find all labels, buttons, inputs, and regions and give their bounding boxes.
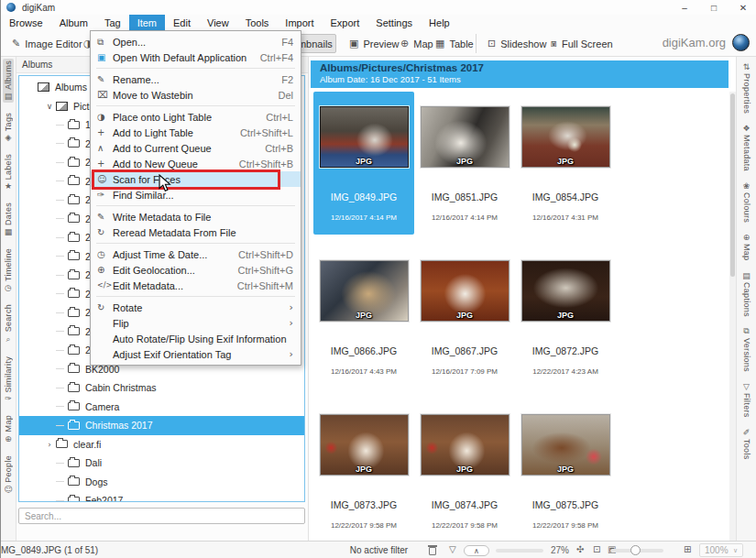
zoom-level-select[interactable]: 100% ∨: [699, 543, 743, 557]
sidebar-tab-captions[interactable]: ▤ Captions: [742, 271, 751, 317]
menu-item-open-with-default[interactable]: ▣ Open With Default Application Ctrl+F4: [91, 49, 301, 65]
menu-export[interactable]: Export: [323, 15, 368, 30]
minimize-button[interactable]: –: [671, 0, 698, 15]
photo-thumbnail[interactable]: JPG: [521, 414, 610, 476]
sidebar-tab-versions[interactable]: ⧉ Versions: [742, 326, 751, 372]
select-frame-icon[interactable]: ⊡: [593, 544, 600, 554]
search-input[interactable]: [18, 508, 305, 524]
menu-help[interactable]: Help: [421, 15, 458, 30]
menu-item-move-to-wastebin[interactable]: ⌧ Move to Wastebin Del: [91, 87, 301, 103]
preview-button[interactable]: ▣ Preview: [345, 34, 403, 53]
filter-funnel-icon[interactable]: ▽: [449, 544, 456, 554]
menu-item-rotate[interactable]: ↻ Rotate ›: [91, 300, 301, 315]
tree-item-folder[interactable]: Camera: [19, 398, 304, 417]
thumbnail-size-button[interactable]: ∧: [464, 545, 489, 556]
photo-item[interactable]: JPG IMG_0874.JPG 12/22/2017 9:58 PM: [414, 399, 515, 541]
tree-item-folder[interactable]: Dali: [19, 454, 304, 473]
menu-album[interactable]: Album: [51, 15, 96, 30]
photo-item[interactable]: JPG IMG_0867.JPG 12/16/2017 7:09 PM: [414, 246, 515, 388]
menu-browse[interactable]: Browse: [1, 15, 51, 30]
sidebar-tab-people[interactable]: People ☺: [3, 454, 14, 496]
photo-thumbnail[interactable]: JPG: [320, 414, 409, 476]
toolbar-separator: [476, 34, 477, 53]
trash-icon[interactable]: [429, 547, 436, 555]
sidebar-tab-metadata[interactable]: ❖ Metadata: [742, 124, 751, 171]
menu-item-place-onto-light-table[interactable]: ◑ Place onto Light Table Ctrl+L: [91, 109, 301, 125]
photo-thumbnail[interactable]: JPG: [421, 414, 509, 476]
photo-item[interactable]: JPG IMG_0875.JPG 12/22/2017 9:58 PM: [515, 399, 616, 541]
menu-item-adjust-time-date[interactable]: ◷ Adjust Time & Date... Ctrl+Shift+D: [91, 246, 301, 262]
menu-tag[interactable]: Tag: [96, 15, 129, 30]
fit-window-icon[interactable]: ✣: [576, 544, 584, 554]
menu-item-scan-for-faces[interactable]: ☺ Scan for Faces: [91, 171, 301, 187]
tree-item-folder[interactable]: ›clear.fi: [19, 435, 304, 454]
sidebar-tab-albums[interactable]: Albums ▤: [3, 59, 14, 103]
maximize-button[interactable]: □: [700, 0, 728, 15]
sidebar-tab-colours[interactable]: ❀ Colours: [742, 181, 751, 223]
menu-tools[interactable]: Tools: [237, 15, 278, 30]
chevron-down-icon[interactable]: ∨: [45, 102, 54, 111]
scrollbar-thumb[interactable]: [730, 93, 735, 277]
photo-thumbnail[interactable]: JPG: [320, 106, 409, 168]
menu-view[interactable]: View: [199, 15, 237, 30]
sidebar-tab-tags[interactable]: Tags ◈: [3, 111, 14, 144]
menu-import[interactable]: Import: [277, 15, 322, 30]
menu-item-adjust-exif-orientation[interactable]: Adjust Exif Orientation Tag ›: [91, 346, 301, 362]
menu-item-label: Adjust Time & Date...: [113, 249, 231, 260]
menu-item-open[interactable]: ⧉ Open... F4: [91, 34, 301, 49]
menu-item-add-to-current-queue[interactable]: ∧ Add to Current Queue Ctrl+B: [91, 140, 301, 156]
chevron-right-icon[interactable]: ›: [45, 440, 54, 449]
sidebar-tab-properties[interactable]: ⇅ Properties: [742, 62, 751, 114]
full-screen-button[interactable]: ⧈ Full Screen: [547, 34, 617, 53]
menu-item-auto-rotate-flip[interactable]: Auto Rotate/Flip Using Exif Information: [91, 331, 301, 346]
thumbnail-size-slider[interactable]: [496, 549, 543, 553]
sidebar-tab-labels[interactable]: Labels ★: [3, 152, 14, 192]
vertical-scrollbar[interactable]: [729, 92, 736, 541]
sidebar-tab-tools[interactable]: ✐ Tools: [742, 428, 751, 460]
menu-item[interactable]: Item: [129, 15, 165, 30]
close-button[interactable]: ✕: [729, 0, 756, 15]
menu-edit[interactable]: Edit: [165, 15, 199, 30]
photo-thumbnail[interactable]: JPG: [421, 260, 509, 322]
menu-item-label: Place onto Light Table: [113, 112, 258, 123]
tree-item-folder[interactable]: Dogs: [19, 473, 304, 492]
sidebar-tab-timeline[interactable]: Timeline ◷: [3, 246, 14, 294]
sidebar-tab-dates[interactable]: Dates ▦: [3, 201, 14, 238]
tree-item-christmas-2017[interactable]: Christmas 2017: [19, 416, 304, 435]
photo-item[interactable]: JPG IMG_0872.JPG 12/22/2017 4:23 AM: [515, 246, 616, 388]
menu-item-write-metadata[interactable]: ✎ Write Metadata to File: [91, 209, 301, 224]
sidebar-tab-search[interactable]: Search ⌕: [3, 302, 14, 345]
menu-item-edit-metadata[interactable]: </> Edit Metadata... Ctrl+Shift+M: [91, 278, 301, 293]
sidebar-tab-map[interactable]: ⊕ Map: [742, 233, 751, 260]
versions-icon: ⧉: [743, 326, 749, 336]
image-editor-button[interactable]: ✎ Image Editor: [8, 34, 86, 53]
tree-item-folder[interactable]: Cabin Christmas: [19, 378, 304, 398]
menu-item-rename[interactable]: ✎ Rename... F2: [91, 71, 301, 87]
photo-item[interactable]: JPG IMG_0854.JPG 12/16/2017 4:31 PM: [515, 92, 616, 235]
geolocation-icon: ⊕: [97, 265, 113, 275]
sidebar-tab-map[interactable]: Map ⊕: [3, 413, 14, 444]
table-button[interactable]: ▦ Table: [432, 34, 477, 53]
photo-item[interactable]: JPG IMG_0851.JPG 12/16/2017 4:14 PM: [414, 92, 515, 235]
zoom-slider-handle[interactable]: [630, 545, 641, 555]
tag-icon: ◈: [5, 133, 12, 142]
tab-label: Timeline: [4, 248, 13, 281]
photo-thumbnail[interactable]: JPG: [320, 260, 409, 322]
photo-thumbnail[interactable]: JPG: [521, 260, 610, 322]
photo-thumbnail[interactable]: JPG: [521, 106, 610, 168]
sidebar-tab-filters[interactable]: ▽ Filters: [742, 382, 751, 418]
photo-item[interactable]: JPG IMG_0866.JPG 12/16/2017 4:43 PM: [313, 246, 414, 388]
photo-item[interactable]: JPG IMG_0873.JPG 12/22/2017 9:58 PM: [313, 399, 414, 541]
fit-to-window-icon[interactable]: ⊞: [684, 544, 691, 554]
sidebar-tab-similarity[interactable]: Similarity ✑: [3, 355, 14, 406]
menu-item-edit-geolocation[interactable]: ⊕ Edit Geolocation... Ctrl+Shift+G: [91, 262, 301, 278]
menu-settings[interactable]: Settings: [367, 15, 421, 30]
menu-item-flip[interactable]: Flip ›: [91, 315, 301, 331]
tree-item-folder[interactable]: Feb2017: [19, 491, 304, 502]
photo-item[interactable]: JPG IMG_0849.JPG 12/16/2017 4:14 PM: [313, 92, 414, 235]
menu-item-find-similar[interactable]: ✑ Find Similar...: [91, 187, 301, 202]
menu-item-reread-metadata[interactable]: ↻ Reread Metadata From File: [91, 224, 301, 240]
photo-thumbnail[interactable]: JPG: [421, 106, 509, 168]
menu-item-add-to-light-table[interactable]: + Add to Light Table Ctrl+Shift+L: [91, 125, 301, 140]
photo-filename: IMG_0849.JPG: [331, 191, 397, 202]
